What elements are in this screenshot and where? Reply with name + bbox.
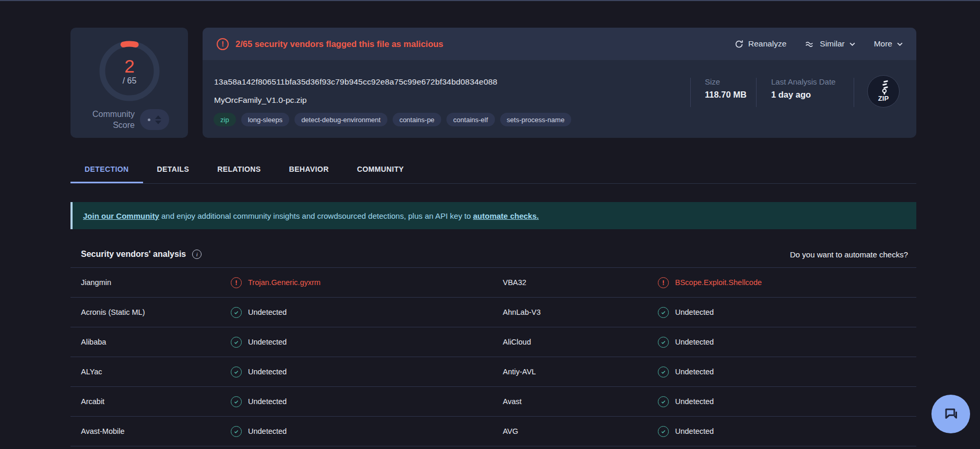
divider (854, 78, 854, 107)
similar-waves-icon (805, 41, 815, 48)
vendor-row: Acronis (Static ML) ! Undetected AhnLab-… (70, 298, 916, 327)
vendor2-result: ! Undetected (658, 337, 916, 348)
vendor1-result: ! Undetected (231, 307, 503, 318)
result-text: Undetected (248, 338, 287, 346)
result-text: Undetected (675, 368, 714, 376)
check-icon (231, 426, 242, 437)
detection-banner-text: 2/65 security vendors flagged this file … (235, 39, 443, 49)
file-report-header: ! 2/65 security vendors flagged this fil… (203, 28, 916, 138)
vendors-table: Jiangmin ! Trojan.Generic.gyxrm VBA32 ! … (70, 267, 916, 446)
refresh-icon (735, 40, 743, 49)
vendor2-result: ! Undetected (658, 396, 916, 407)
size-label: Size (705, 77, 747, 86)
vendor1-result: ! Undetected (231, 337, 503, 348)
file-name: MyOrcFamily_V1.0-pc.zip (214, 96, 306, 105)
svg-text:ZIP: ZIP (878, 94, 889, 102)
vendor1-name: ALYac (81, 368, 231, 376)
file-sha256: 13a58a142f806511bfa35d36f93c79b945cc92e8… (214, 77, 498, 87)
join-community-link[interactable]: Join our Community (83, 211, 159, 220)
tab-behavior[interactable]: BEHAVIOR (275, 157, 343, 183)
tag-contains-elf[interactable]: contains-elf (446, 113, 494, 126)
tab-detection[interactable]: DETECTION (70, 157, 143, 183)
tag-sets-process-name[interactable]: sets-process-name (500, 113, 572, 126)
vote-down-icon[interactable] (155, 121, 161, 124)
result-text: Undetected (675, 308, 714, 316)
tag-detect-debug-environment[interactable]: detect-debug-environment (294, 113, 387, 126)
vendor-row: ALYac ! Undetected Antiy-AVL ! Undetecte… (70, 357, 916, 387)
vendor2-name: VBA32 (503, 278, 658, 287)
check-icon (231, 396, 242, 407)
community-score-label: Community Score (92, 109, 135, 131)
vendor2-result: ! Undetected (658, 367, 916, 377)
vendor1-result: ! Undetected (231, 396, 503, 407)
tag-zip[interactable]: zip (214, 113, 236, 126)
community-promo-banner: Join our Community and enjoy additional … (70, 202, 916, 229)
vendor2-result: ! BScope.Exploit.Shellcode (658, 277, 916, 288)
score-total: / 65 (123, 76, 137, 86)
divider (690, 78, 691, 107)
check-icon (658, 367, 669, 377)
tag-contains-pe[interactable]: contains-pe (393, 113, 441, 126)
vendor1-result: ! Undetected (231, 367, 503, 377)
reanalyze-button[interactable]: Reanalyze (735, 39, 786, 49)
vote-up-icon[interactable] (155, 115, 161, 119)
tab-details[interactable]: DETAILS (143, 157, 204, 183)
result-text: Undetected (248, 308, 287, 316)
vendor1-result: ! Undetected (231, 426, 503, 437)
more-button[interactable]: More (874, 39, 903, 49)
info-icon[interactable]: i (192, 250, 202, 259)
last-analysis-block: Last Analysis Date 1 day ago (771, 77, 835, 100)
chat-support-button[interactable] (931, 395, 970, 433)
detection-score-ring: 2 / 65 (97, 38, 162, 104)
result-text: Undetected (248, 397, 287, 406)
alert-icon: ! (658, 277, 669, 288)
vendors-table-body: Jiangmin ! Trojan.Generic.gyxrm VBA32 ! … (70, 268, 916, 446)
result-text: Undetected (675, 338, 714, 346)
alert-icon: ! (231, 277, 242, 288)
top-divider (0, 0, 980, 1)
similar-button[interactable]: Similar (805, 39, 855, 49)
result-text: Undetected (675, 397, 714, 406)
vendor2-name: Antiy-AVL (503, 368, 658, 376)
size-value: 118.70 MB (705, 90, 747, 100)
last-analysis-value: 1 day ago (771, 90, 835, 100)
chevron-down-icon (897, 42, 903, 46)
chat-bubble-icon (941, 405, 960, 423)
result-text: Undetected (248, 427, 287, 435)
detection-banner: ! 2/65 security vendors flagged this fil… (203, 28, 916, 60)
vendor-row: Alibaba ! Undetected AliCloud ! Undetect… (70, 327, 916, 357)
vendor1-name: Avast-Mobile (81, 427, 231, 435)
vendor2-result: ! Undetected (658, 307, 916, 318)
report-tabs: DETECTION DETAILS RELATIONS BEHAVIOR COM… (70, 157, 916, 184)
divider (756, 78, 757, 107)
vendor1-name: Arcabit (81, 397, 231, 406)
tag-long-sleeps[interactable]: long-sleeps (241, 113, 290, 126)
vendors-analysis-title: Security vendors' analysis (81, 250, 186, 259)
chevron-down-icon (849, 42, 855, 46)
vendor2-result: ! Undetected (658, 426, 916, 437)
result-text: Trojan.Generic.gyxrm (248, 278, 321, 287)
tab-relations[interactable]: RELATIONS (203, 157, 275, 183)
vendor2-name: AliCloud (503, 338, 658, 346)
result-text: Undetected (248, 368, 287, 376)
vendor2-name: Avast (503, 397, 658, 406)
vendor1-name: Alibaba (81, 338, 231, 346)
check-icon (658, 426, 669, 437)
vendor2-name: AhnLab-V3 (503, 308, 658, 316)
check-icon (231, 307, 242, 318)
automate-checks-link[interactable]: automate checks. (473, 211, 539, 220)
vendor-row: Jiangmin ! Trojan.Generic.gyxrm VBA32 ! … (70, 268, 916, 298)
community-vote-widget[interactable] (140, 109, 169, 130)
vote-carets-icon (155, 115, 161, 124)
vendor-row: Arcabit ! Undetected Avast ! Undetected (70, 387, 916, 417)
score-card: 2 / 65 Community Score (70, 28, 188, 138)
result-text: Undetected (675, 427, 714, 435)
promo-text: Join our Community and enjoy additional … (83, 211, 539, 220)
check-icon (658, 307, 669, 318)
filetype-zip-icon: ZIP (867, 75, 900, 108)
zip-glyph: ZIP (868, 75, 899, 108)
tab-community[interactable]: COMMUNITY (343, 157, 418, 183)
check-icon (658, 337, 669, 348)
last-analysis-label: Last Analysis Date (771, 77, 835, 86)
tag-list: zip long-sleeps detect-debug-environment… (214, 113, 571, 126)
